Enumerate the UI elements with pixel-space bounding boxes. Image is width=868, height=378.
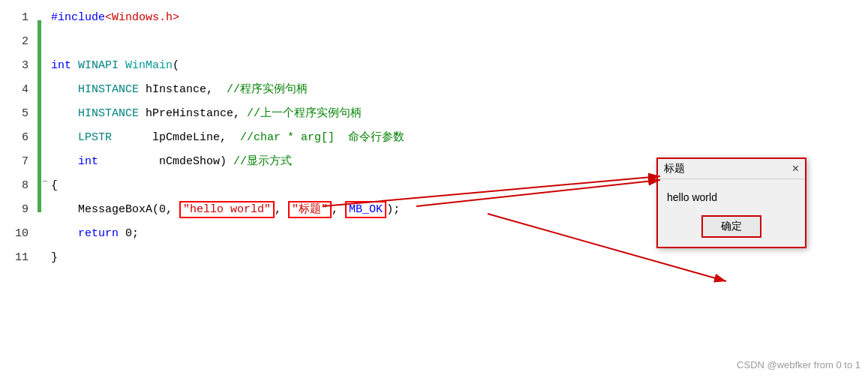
code-segment: WinMain	[125, 59, 173, 72]
code-segment: 0;	[119, 227, 139, 240]
code-line: 3int WINAPI WinMain(	[0, 54, 645, 78]
code-segment: LPSTR	[51, 131, 112, 144]
code-segment: return	[78, 227, 119, 240]
mb-ok-constant: MB_OK	[345, 201, 386, 218]
dialog-ok-button[interactable]: 确定	[701, 215, 761, 238]
code-line: 6 LPSTR lpCmdeLine, //char * arg[] 命令行参数	[0, 126, 645, 150]
green-bar	[38, 188, 41, 212]
dialog-title: 标题	[664, 162, 685, 176]
watermark: CSDN @webfker from 0 to 1	[737, 359, 860, 370]
green-bar	[38, 68, 41, 92]
line-number: 5	[0, 102, 38, 126]
code-content: int WINAPI WinMain(	[51, 54, 179, 78]
green-bar	[38, 44, 41, 68]
code-line: 9 MessageBoxA(0, "hello world", "标题", MB…	[0, 198, 645, 222]
code-line: 5 HINSTANCE hPreHinstance, //上一个程序实例句柄	[0, 102, 645, 126]
code-segment: //程序实例句柄	[227, 83, 308, 96]
green-bar	[38, 116, 41, 140]
line-number: 3	[0, 54, 38, 78]
code-segment: (	[173, 59, 179, 72]
code-segment: HINSTANCE	[51, 83, 139, 96]
line-number: 10	[0, 222, 38, 246]
dialog-close-button[interactable]: ×	[792, 162, 799, 176]
code-line: 8{	[0, 174, 645, 198]
code-line: 10 return 0;	[0, 222, 645, 246]
code-segment: lpCmdeLine,	[112, 131, 240, 144]
code-content: HINSTANCE hInstance, //程序实例句柄	[51, 78, 308, 102]
code-segment: hInstance,	[139, 83, 227, 96]
code-content: }	[51, 246, 58, 270]
line-number: 9	[0, 198, 38, 222]
dialog-body: hello world 确定	[658, 179, 805, 247]
code-segment: WINAPI	[71, 59, 125, 72]
code-segment: <Windows.h>	[105, 11, 179, 24]
dialog-button-area: 确定	[667, 215, 796, 238]
line-number: 2	[0, 30, 38, 54]
line-number: 11	[0, 246, 38, 270]
line-number: 4	[0, 78, 38, 102]
line-number: 1	[0, 6, 38, 30]
code-line: 4 HINSTANCE hInstance, //程序实例句柄	[0, 78, 645, 102]
code-segment: int	[78, 155, 98, 168]
code-segment	[51, 227, 78, 240]
code-segment: //显示方式	[233, 155, 292, 168]
code-segment	[51, 155, 78, 168]
code-segment: //char * arg[] 命令行参数	[240, 131, 404, 144]
code-content: {	[51, 174, 58, 198]
code-line: 11}	[0, 246, 645, 270]
code-segment: }	[51, 251, 58, 264]
code-content: #include<Windows.h>	[51, 6, 179, 30]
green-bar	[38, 20, 41, 44]
line-number: 6	[0, 126, 38, 150]
code-segment: nCmdeShow)	[98, 155, 233, 168]
title-string: "标题"	[288, 201, 332, 218]
code-content: LPSTR lpCmdeLine, //char * arg[] 命令行参数	[51, 126, 404, 150]
code-content: HINSTANCE hPreHinstance, //上一个程序实例句柄	[51, 102, 362, 126]
code-segment: #include	[51, 11, 105, 24]
code-segment: hPreHinstance,	[139, 107, 247, 120]
line-number: 7	[0, 150, 38, 174]
message-dialog: 标题 × hello world 确定	[656, 158, 806, 248]
dialog-message: hello world	[667, 191, 796, 203]
code-content: MessageBoxA(0, "hello world", "标题", MB_O…	[51, 198, 400, 222]
code-segment: //上一个程序实例句柄	[247, 107, 362, 120]
code-content: return 0;	[51, 222, 139, 246]
hello-world-string: "hello world"	[179, 201, 275, 218]
code-segment: int	[51, 59, 71, 72]
green-bar	[38, 140, 41, 164]
code-segment: HINSTANCE	[51, 107, 139, 120]
code-editor: 1#include<Windows.h>23int WINAPI WinMain…	[0, 0, 645, 378]
code-line: 1#include<Windows.h>	[0, 6, 645, 30]
code-segment: {	[51, 179, 58, 192]
collapse-icon[interactable]: −	[42, 170, 48, 194]
code-line: 2	[0, 30, 645, 54]
dialog-titlebar: 标题 ×	[658, 159, 805, 179]
green-bar	[38, 92, 41, 116]
code-content: int nCmdeShow) //显示方式	[51, 150, 292, 174]
line-number: 8	[0, 174, 38, 198]
code-line: 7− int nCmdeShow) //显示方式	[0, 150, 645, 174]
green-bar	[38, 164, 41, 188]
